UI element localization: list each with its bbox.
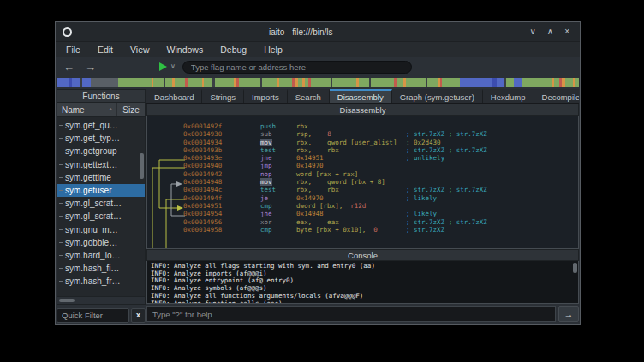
- tab-strings[interactable]: Strings: [202, 89, 244, 103]
- disasm-comment: ; unlikely: [406, 154, 576, 162]
- disasm-comment: ; str.7zXZ ; str.7zXZ: [406, 186, 576, 193]
- colorbar-segment: [522, 78, 551, 87]
- disasm-mnemonic: jne: [260, 210, 296, 217]
- tab-hexdump[interactable]: Hexdump: [483, 89, 534, 103]
- disasm-operands: dword [rbx], r12d: [296, 202, 406, 210]
- disasm-row[interactable]: 0x00014951cmpdword [rbx], r12d: [183, 202, 576, 210]
- debug-start-button[interactable]: ∨: [159, 62, 176, 71]
- main-area: Functions Name ^ Size sym.get_qu…sym.get…: [56, 88, 580, 324]
- console-submit-button[interactable]: →: [558, 306, 579, 322]
- disasm-row[interactable]: 0x00014930subrsp, 8; str.7zXZ ; str.7zXZ: [183, 130, 576, 138]
- toolbar: ← → ∨: [56, 57, 580, 76]
- colorbar-segment: [165, 78, 172, 87]
- chevron-down-icon[interactable]: ∨: [170, 63, 176, 70]
- functions-vscrollbar-handle[interactable]: [140, 153, 144, 179]
- function-row[interactable]: sym.gnu_m…: [57, 223, 145, 236]
- disasm-comment: [406, 178, 576, 186]
- column-header-size[interactable]: Size: [117, 103, 145, 116]
- disasm-row[interactable]: 0x00014934movrbx, qword [user_alist]; 0x…: [183, 139, 576, 146]
- tab-imports[interactable]: Imports: [244, 89, 288, 103]
- menu-item-edit[interactable]: Edit: [89, 45, 122, 55]
- disasm-mnemonic: cmp: [260, 202, 296, 210]
- menu-item-debug[interactable]: Debug: [212, 45, 255, 55]
- disasm-address: 0x0001494c: [183, 186, 260, 193]
- flag-search-input[interactable]: [182, 61, 412, 74]
- function-row[interactable]: sym.hash_fr…: [57, 275, 145, 288]
- clear-filter-button[interactable]: x: [131, 308, 146, 323]
- column-header-name[interactable]: Name ^: [57, 103, 117, 116]
- disasm-row[interactable]: 0x0001493ejne0x14951; unlikely: [183, 154, 576, 162]
- function-row[interactable]: sym.gettime: [57, 171, 145, 184]
- function-row[interactable]: sym.get_typ…: [57, 132, 145, 145]
- function-row[interactable]: sym.getuser: [57, 184, 145, 197]
- forward-icon[interactable]: →: [85, 62, 96, 73]
- disasm-mnemonic: push: [260, 122, 296, 130]
- disasm-address: 0x0001494f: [183, 194, 260, 202]
- colorbar-segment: [514, 78, 522, 87]
- colorbar-segment: [175, 78, 185, 87]
- disasm-comment: ; likely: [406, 210, 576, 217]
- tab-graph-sym-getuser[interactable]: Graph (sym.getuser): [392, 89, 483, 103]
- disasm-row[interactable]: 0x0001494ctestrbx, rbx; str.7zXZ ; str.7…: [183, 186, 576, 193]
- function-row[interactable]: sym.hash_fi…: [57, 262, 145, 275]
- disasm-row[interactable]: 0x0001492fpushrbx: [183, 122, 576, 130]
- quick-filter-input[interactable]: [57, 308, 129, 323]
- disasm-comment: [406, 170, 576, 178]
- menu-item-windows[interactable]: Windows: [158, 45, 212, 55]
- window-title: iaito - file:///bin/ls: [72, 27, 530, 37]
- function-row[interactable]: sym.gobble…: [57, 236, 145, 249]
- disasm-row[interactable]: 0x00014956xoreax, eax; str.7zXZ ; str.7z…: [183, 218, 576, 226]
- disasm-row[interactable]: 0x00014948movrbx, qword [rbx + 8]: [183, 178, 576, 186]
- maximize-icon[interactable]: ∧: [547, 27, 553, 36]
- colorbar-segment: [332, 78, 356, 87]
- hscrollbar-handle[interactable]: [59, 299, 75, 302]
- tab-disassembly[interactable]: Disassembly: [330, 89, 392, 103]
- disassembly-panel-header[interactable]: Disassembly: [146, 104, 579, 116]
- disassembly-view[interactable]: 0x0001492fpushrbx0x00014930subrsp, 8; st…: [146, 116, 579, 249]
- console-scrollbar-handle[interactable]: [573, 263, 577, 273]
- functions-hscrollbar[interactable]: [57, 297, 146, 305]
- colorbar-segment: [575, 78, 579, 87]
- function-row[interactable]: sym.hard_lo…: [57, 249, 145, 262]
- colorbar-segment: [565, 78, 573, 87]
- disasm-row[interactable]: 0x00014942nopword [rax + rax]: [183, 170, 576, 178]
- menu-item-file[interactable]: File: [57, 45, 89, 55]
- disasm-row[interactable]: 0x00014954jne0x14948; likely: [183, 210, 576, 217]
- close-icon[interactable]: ×: [564, 27, 569, 36]
- window-controls: ∨ ∧ ×: [530, 27, 574, 36]
- disasm-mnemonic: jne: [260, 154, 296, 162]
- jump-arrows: [147, 116, 185, 249]
- disasm-row[interactable]: 0x00014940jmp0x14970: [183, 162, 576, 169]
- disasm-mnemonic: mov: [260, 178, 296, 186]
- menu-item-view[interactable]: View: [122, 45, 158, 55]
- disasm-mnemonic: sub: [260, 130, 296, 138]
- tab-decompiler-empty[interactable]: Decompiler (Empty): [534, 89, 579, 103]
- console-output[interactable]: INFO: Analyze all flags starting with sy…: [146, 261, 579, 304]
- tab-search[interactable]: Search: [288, 89, 330, 103]
- disasm-operands: rbx: [296, 122, 406, 130]
- address-colorbar[interactable]: [57, 78, 579, 87]
- function-row[interactable]: sym.getgroup: [57, 145, 145, 157]
- titlebar[interactable]: iaito - file:///bin/ls ∨ ∧ ×: [56, 22, 580, 41]
- function-row[interactable]: sym.gettext…: [57, 158, 145, 171]
- disasm-operands: 0x14951: [296, 154, 406, 162]
- colorbar-segment: [497, 78, 504, 87]
- function-row[interactable]: sym.get_qu…: [57, 119, 145, 132]
- disasm-row[interactable]: 0x00014958cmpbyte [rbx + 0x10], 0; str.7…: [183, 226, 576, 234]
- disasm-operands: 0x14970: [296, 162, 406, 169]
- disasm-operands: word [rax + rax]: [296, 170, 406, 178]
- disasm-row[interactable]: 0x0001494fje0x14970; likely: [183, 194, 576, 202]
- function-row[interactable]: sym.gl_scrat…: [57, 210, 145, 223]
- tab-dashboard[interactable]: Dashboard: [146, 89, 202, 103]
- minimize-icon[interactable]: ∨: [530, 27, 536, 36]
- function-row[interactable]: sym.gl_scrat…: [57, 197, 145, 210]
- arrow-right-icon: →: [564, 309, 574, 319]
- console-command-input[interactable]: [146, 306, 556, 322]
- disasm-operands: 0x14970: [296, 194, 406, 202]
- menu-item-help[interactable]: Help: [255, 45, 291, 55]
- back-icon[interactable]: ←: [63, 62, 75, 73]
- colorbar-segment: [204, 78, 212, 87]
- disasm-row[interactable]: 0x0001493btestrbx, rbx; str.7zXZ ; str.7…: [183, 146, 576, 154]
- console-panel-header[interactable]: Console: [146, 249, 579, 261]
- colorbar-segment: [359, 78, 369, 87]
